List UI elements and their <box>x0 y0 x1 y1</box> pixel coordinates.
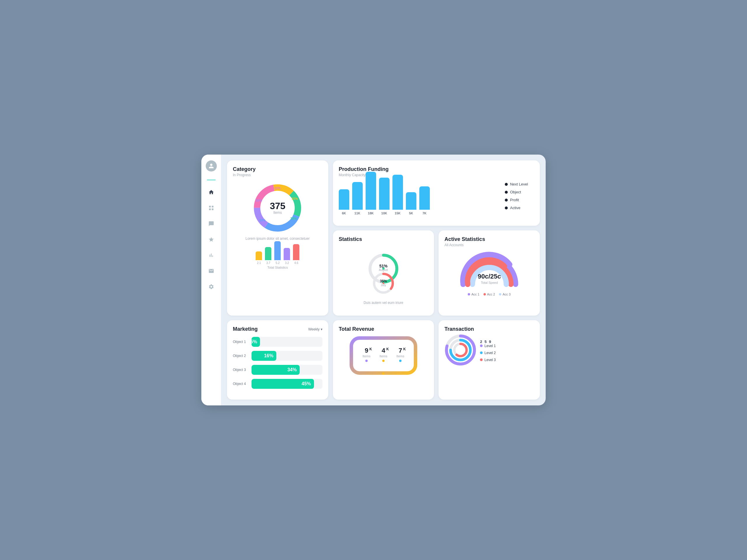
mkt-value-3: 34% <box>287 367 297 372</box>
sidebar-icon-mail[interactable] <box>207 267 215 275</box>
production-title: Production Funding <box>339 166 534 172</box>
sidebar-icon-settings[interactable] <box>207 283 215 291</box>
bar-item-2: 3.7 <box>265 247 272 265</box>
active-stats-subtitle: All Accounts <box>444 243 534 247</box>
mkt-row-4: Object 4 45% <box>233 379 323 389</box>
active-statistics-card: Active Statistics All Accounts <box>439 231 540 316</box>
category-subtitle: In Progress <box>233 173 323 177</box>
speed-dot-1 <box>468 293 470 295</box>
sidebar-icon-chat[interactable] <box>207 220 215 228</box>
svg-text:K: K <box>369 347 372 351</box>
mkt-fill-3: 34% <box>252 365 300 375</box>
transaction-numbers: 2 5 9 <box>480 340 534 344</box>
prod-bar-label-5: 15K <box>395 211 401 215</box>
svg-point-44 <box>459 339 462 341</box>
prod-bar-wrap-7: 7K <box>419 186 430 215</box>
mkt-track-1: 5% <box>252 337 323 347</box>
category-card: Category In Progress <box>227 160 328 316</box>
svg-point-43 <box>459 335 462 338</box>
mkt-fill-1: 5% <box>252 337 260 347</box>
legend-dot-4 <box>505 207 508 209</box>
svg-text:28%: 28% <box>259 218 265 222</box>
legend-dot-2 <box>505 191 508 194</box>
prod-bar-4 <box>379 178 390 210</box>
legend-next-level: Next Level <box>505 182 534 186</box>
donut-center: 375 Items <box>270 201 285 215</box>
svg-text:4: 4 <box>382 347 385 354</box>
svg-text:7: 7 <box>398 347 402 354</box>
transaction-title: Transaction <box>444 326 534 332</box>
svg-text:35%: 35% <box>380 279 387 283</box>
trans-legend-3: Level 3 <box>480 358 534 362</box>
sidebar-icon-chart[interactable] <box>207 251 215 259</box>
marketing-header: Marketing Weekly ▾ <box>233 326 323 332</box>
production-legend: Next Level Object Profit Active <box>505 177 534 215</box>
svg-text:July: July <box>381 284 386 287</box>
bar-item-4: 3.2 <box>284 248 290 265</box>
sidebar-icon-home[interactable] <box>207 188 215 196</box>
statistics-card: Statistics 51% August 35% July <box>333 231 434 316</box>
mkt-value-1: 5% <box>252 339 257 344</box>
prod-bar-2 <box>352 182 363 210</box>
marketing-title: Marketing <box>233 326 258 332</box>
statistics-gauge: 51% August 35% July <box>339 245 428 298</box>
transaction-inner: 2 5 9 Level 1 Level 2 <box>444 334 534 366</box>
svg-text:51%: 51% <box>379 264 388 268</box>
transaction-right: 2 5 9 Level 1 Level 2 <box>480 338 534 362</box>
trans-dot-3 <box>480 358 483 361</box>
sidebar-icon-star[interactable] <box>207 236 215 243</box>
bar-label-5: 4.6 <box>294 261 298 265</box>
prod-bar-wrap-1: 6K <box>339 189 349 215</box>
prod-bar-6 <box>406 192 416 210</box>
bar-item-5: 4.6 <box>293 244 300 265</box>
legend-object: Object <box>505 190 534 194</box>
prod-bar-label-7: 7K <box>422 211 427 215</box>
svg-point-31 <box>382 359 385 362</box>
mkt-fill-4: 45% <box>252 379 314 389</box>
trans-label-2: Level 2 <box>484 351 496 355</box>
legend-label-2: Object <box>510 190 521 194</box>
sidebar-icon-grid[interactable] <box>207 204 215 212</box>
bar-label-2: 3.7 <box>266 261 270 265</box>
svg-text:August: August <box>379 268 388 271</box>
svg-text:90c/25c: 90c/25c <box>478 273 501 280</box>
svg-text:22%: 22% <box>274 186 281 190</box>
weekly-dropdown[interactable]: Weekly ▾ <box>308 327 322 331</box>
main-content: Category In Progress <box>221 155 546 405</box>
sidebar-divider <box>207 180 216 180</box>
production-card: Production Funding Monthly Capacity 6K 1… <box>333 160 540 226</box>
svg-text:16%: 16% <box>256 198 262 202</box>
prod-bar-wrap-6: 5K <box>406 192 416 215</box>
speed-legend-1: Acc 1 <box>468 293 480 296</box>
category-title: Category <box>233 166 323 172</box>
mkt-value-4: 45% <box>302 381 311 386</box>
bar-label-4: 3.2 <box>285 261 289 265</box>
category-bar-chart: 2.1 3.7 5.2 3.2 4.6 <box>233 244 323 265</box>
trans-legend-2: Level 2 <box>480 351 534 355</box>
svg-point-35 <box>399 359 402 362</box>
prod-bar-wrap-2: 11K <box>352 182 363 215</box>
speed-legend-3: Acc 3 <box>499 293 511 296</box>
mkt-row-2: Object 2 16% <box>233 351 323 361</box>
svg-point-36 <box>382 372 385 375</box>
prod-bar-7 <box>419 186 430 210</box>
prod-bar-wrap-3: 18K <box>366 172 376 215</box>
legend-label-1: Next Level <box>510 182 528 186</box>
bar-2 <box>265 247 272 260</box>
production-inner: 6K 11K 18K 10K <box>339 177 534 215</box>
legend-active: Active <box>505 206 534 210</box>
svg-text:K: K <box>403 347 406 351</box>
revenue-title: Total Revenue <box>339 326 428 332</box>
svg-point-27 <box>365 359 368 362</box>
avatar[interactable] <box>206 160 217 171</box>
speed-label-3: Acc 3 <box>503 293 511 296</box>
statistics-desc: Duis autem vel eum iriure <box>339 301 428 305</box>
speed-label-2: Acc 2 <box>487 293 495 296</box>
svg-text:Items: Items <box>363 354 370 358</box>
legend-dot-3 <box>505 198 508 202</box>
trans-num-2: 5 <box>485 340 487 344</box>
donut-value: 375 <box>270 201 285 211</box>
donut-chart: 22% 15% 19% 28% 16% 375 Items <box>233 182 323 234</box>
prod-bar-wrap-4: 10K <box>379 178 390 215</box>
svg-text:Total Speed: Total Speed <box>481 281 498 284</box>
